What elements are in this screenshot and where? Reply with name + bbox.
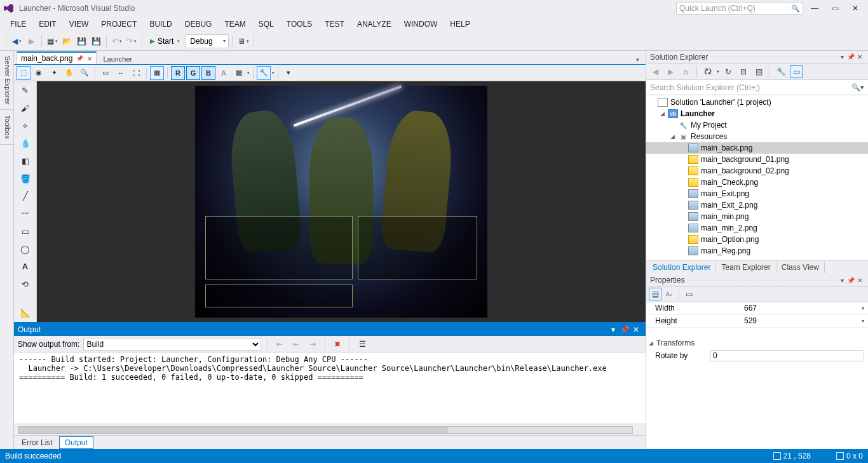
tree-item[interactable]: main_background_02.png: [646, 165, 868, 177]
browser-link-button[interactable]: 🖥: [237, 34, 250, 48]
menu-debug[interactable]: DEBUG: [179, 17, 219, 31]
undo-button[interactable]: ↶: [111, 34, 123, 48]
open-file-button[interactable]: 📂: [60, 34, 73, 48]
tree-item[interactable]: ◢VBLauncher: [646, 108, 868, 119]
output-wrap-icon[interactable]: ☰: [356, 337, 369, 351]
fit-width-icon[interactable]: ↔: [114, 66, 128, 80]
se-fwd-icon[interactable]: ▶: [664, 65, 677, 78]
dock-tab-server-explorer[interactable]: Server Explorer: [0, 51, 13, 110]
save-button[interactable]: 💾: [75, 34, 88, 48]
minimize-button[interactable]: —: [806, 2, 824, 15]
menu-edit[interactable]: EDIT: [32, 17, 62, 31]
breadcrumb-launcher[interactable]: Launcher: [98, 54, 137, 64]
props-dropdown-icon[interactable]: ▾: [837, 277, 846, 284]
fit-window-icon[interactable]: ⛶: [129, 66, 143, 80]
menu-file[interactable]: FILE: [4, 17, 32, 31]
quick-launch-input[interactable]: Quick Launch (Ctrl+Q) 🔍: [676, 2, 803, 15]
output-clear-icon[interactable]: ✖: [331, 337, 344, 351]
se-tab-team-explorer[interactable]: Team Explorer: [716, 262, 776, 273]
advanced-icon[interactable]: ▾: [281, 66, 295, 80]
menu-view[interactable]: VIEW: [63, 17, 95, 31]
output-prev-icon[interactable]: ⇤: [290, 337, 302, 351]
checker-icon[interactable]: ▩: [232, 66, 246, 80]
output-tab-output[interactable]: Output: [59, 436, 93, 449]
props-transforms-cat[interactable]: ◢Transforms: [646, 337, 868, 349]
pencil-tool-icon[interactable]: ✎: [19, 85, 32, 97]
actual-size-icon[interactable]: ▭: [98, 66, 112, 80]
tree-item[interactable]: Solution 'Launcher' (1 project): [646, 97, 868, 108]
output-text[interactable]: ------ Build started: Project: Launcher,…: [14, 352, 646, 424]
tree-item[interactable]: main_background_01.png: [646, 154, 868, 165]
doc-tab-main-back[interactable]: main_back.png 📌 ✕: [17, 51, 97, 64]
menu-help[interactable]: HELP: [444, 17, 476, 31]
airbrush-tool-icon[interactable]: ✧: [19, 120, 32, 131]
selection-tool-icon[interactable]: ⬚: [17, 66, 31, 80]
rect-tool-icon[interactable]: ▭: [19, 226, 32, 238]
tree-item[interactable]: 🔧My Project: [646, 119, 868, 131]
tree-item[interactable]: main_Check.png: [646, 177, 868, 188]
channel-r-icon[interactable]: R: [171, 66, 185, 80]
se-back-icon[interactable]: ◀: [649, 65, 661, 78]
tree-item[interactable]: main_Reg.png: [646, 245, 868, 257]
prop-row-height[interactable]: Height529▾: [646, 315, 868, 328]
channel-a-icon[interactable]: A: [217, 66, 231, 80]
se-refresh-icon[interactable]: ↻: [722, 65, 735, 78]
ellipse-tool-icon[interactable]: ◯: [19, 243, 32, 255]
wand-tool-icon[interactable]: ✦: [47, 66, 61, 80]
props-pages-icon[interactable]: ▭: [682, 288, 695, 300]
menu-test[interactable]: TEST: [318, 17, 351, 31]
zoom-tool-icon[interactable]: 🔍: [78, 66, 92, 80]
nav-back-button[interactable]: ◀: [10, 34, 23, 48]
tool-props-icon[interactable]: 🔧: [257, 66, 271, 80]
eyedropper-tool-icon[interactable]: 💧: [19, 138, 32, 149]
se-pin-icon[interactable]: 📌: [846, 53, 855, 60]
save-all-button[interactable]: 💾: [90, 34, 102, 48]
se-showall-icon[interactable]: ▤: [752, 65, 765, 78]
se-tab-class-view[interactable]: Class View: [776, 262, 825, 273]
rotate-input[interactable]: [710, 350, 864, 361]
menu-analyze[interactable]: ANALYZE: [351, 17, 398, 31]
se-preview-icon[interactable]: ▭: [790, 65, 803, 78]
output-close-icon[interactable]: ✕: [630, 325, 642, 334]
redo-button[interactable]: ↷: [125, 34, 138, 48]
brush-tool-icon[interactable]: 🖌: [19, 103, 32, 114]
se-home-icon[interactable]: ⌂: [679, 65, 692, 78]
ruler-tool-icon[interactable]: 📐: [19, 307, 32, 318]
se-dropdown-icon[interactable]: ▾: [837, 53, 846, 60]
tree-item[interactable]: main_Exit.png: [646, 188, 868, 199]
close-tab-icon[interactable]: ✕: [87, 55, 92, 62]
menu-window[interactable]: WINDOW: [398, 17, 444, 31]
nav-forward-button[interactable]: ▶: [25, 34, 37, 48]
menu-build[interactable]: BUILD: [143, 17, 178, 31]
curve-tool-icon[interactable]: 〰: [19, 208, 32, 220]
text-tool-icon[interactable]: A: [19, 261, 32, 272]
props-pin-icon[interactable]: 📌: [846, 277, 855, 284]
config-dropdown[interactable]: Debug: [186, 34, 229, 48]
fill-tool-icon[interactable]: 🪣: [19, 173, 32, 184]
se-tree[interactable]: Solution 'Launcher' (1 project)◢VBLaunch…: [646, 95, 868, 260]
tree-item[interactable]: main_min_2.png: [646, 222, 868, 234]
grid-icon[interactable]: ▦: [150, 66, 164, 80]
menu-tools[interactable]: TOOLS: [280, 17, 318, 31]
channel-g-icon[interactable]: G: [186, 66, 200, 80]
se-close-icon[interactable]: ✕: [855, 53, 864, 60]
lasso-tool-icon[interactable]: ◉: [32, 66, 46, 80]
line-tool-icon[interactable]: ╱: [19, 191, 32, 202]
eraser-tool-icon[interactable]: ◧: [19, 156, 32, 167]
image-canvas[interactable]: [37, 81, 646, 322]
close-button[interactable]: ✕: [846, 2, 864, 15]
output-tab-error-list[interactable]: Error List: [17, 437, 58, 448]
rotate-tool-icon[interactable]: ⟲: [19, 279, 32, 290]
channel-b-icon[interactable]: B: [201, 66, 215, 80]
menu-sql[interactable]: SQL: [252, 17, 280, 31]
tree-item[interactable]: main_min.png: [646, 211, 868, 222]
maximize-button[interactable]: ▭: [826, 2, 844, 15]
props-close-icon[interactable]: ✕: [855, 277, 864, 284]
output-find-icon[interactable]: ⇤: [273, 337, 286, 351]
se-collapse-icon[interactable]: ⊟: [737, 65, 750, 78]
show-output-select[interactable]: Build: [83, 338, 261, 351]
dock-tab-toolbox[interactable]: Toolbox: [0, 110, 13, 145]
doc-tab-dropdown[interactable]: ▾: [632, 55, 643, 64]
props-az-icon[interactable]: A↓: [663, 288, 675, 300]
pin-icon[interactable]: 📌: [76, 55, 83, 62]
